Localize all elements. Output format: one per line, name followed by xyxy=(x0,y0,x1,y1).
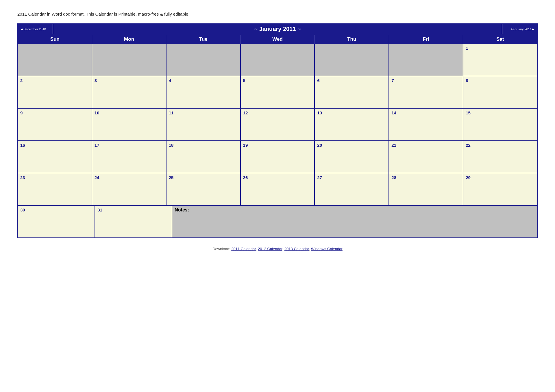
link-2013-calendar[interactable]: 2013 Calendar xyxy=(284,247,309,251)
notes-cell: Notes: xyxy=(172,206,537,237)
month-title: ~ January 2011 ~ xyxy=(53,24,502,34)
download-label: Download: xyxy=(212,247,230,251)
day-header-sun: Sun xyxy=(18,35,92,44)
calendar-cell-1: 1 xyxy=(463,44,537,76)
calendar-cell xyxy=(315,44,389,76)
calendar-cell-9: 9 xyxy=(18,109,92,140)
calendar-cell-19: 19 xyxy=(241,141,315,173)
calendar-cell-27: 27 xyxy=(315,173,389,205)
link-2012-calendar[interactable]: 2012 Calendar xyxy=(258,247,282,251)
calendar-cell-23: 23 xyxy=(18,173,92,205)
calendar: ◄December 2010 ~ January 2011 ~ February… xyxy=(17,23,538,238)
calendar-cell-25: 25 xyxy=(166,173,241,205)
calendar-cell-21: 21 xyxy=(389,141,463,173)
calendar-cell-31: 31 xyxy=(95,206,172,237)
calendar-cell-14: 14 xyxy=(389,109,463,140)
next-month-nav[interactable]: February 2011► xyxy=(502,24,537,34)
calendar-cell xyxy=(166,44,241,76)
calendar-cell xyxy=(92,44,166,76)
day-header-wed: Wed xyxy=(240,35,315,44)
calendar-cell-13: 13 xyxy=(315,109,389,140)
week-row-4: 16 17 18 19 20 21 22 xyxy=(18,141,537,173)
day-header-thu: Thu xyxy=(315,35,389,44)
week-row-1: 1 xyxy=(18,44,537,76)
calendar-cell-8: 8 xyxy=(463,76,537,108)
calendar-cell-10: 10 xyxy=(92,109,166,140)
calendar-cell-15: 15 xyxy=(463,109,537,140)
calendar-cell-17: 17 xyxy=(92,141,166,173)
calendar-cell-7: 7 xyxy=(389,76,463,108)
link-windows-calendar[interactable]: Windows Calendar xyxy=(311,247,343,251)
day-header-fri: Fri xyxy=(389,35,463,44)
calendar-cell-11: 11 xyxy=(166,109,241,140)
calendar-cell-4: 4 xyxy=(166,76,241,108)
week-row-3: 9 10 11 12 13 14 15 xyxy=(18,109,537,141)
footer: Download: 2011 Calendar, 2012 Calendar, … xyxy=(17,247,538,251)
day-header-mon: Mon xyxy=(92,35,166,44)
calendar-cell-3: 3 xyxy=(92,76,166,108)
calendar-cell-18: 18 xyxy=(166,141,241,173)
calendar-cell xyxy=(241,44,315,76)
calendar-cell-22: 22 xyxy=(463,141,537,173)
day-header-sat: Sat xyxy=(463,35,537,44)
calendar-cell-6: 6 xyxy=(315,76,389,108)
calendar-body: 1 2 3 4 5 6 7 8 9 10 11 12 13 14 15 16 1… xyxy=(18,44,537,237)
calendar-cell xyxy=(18,44,92,76)
week-row-2: 2 3 4 5 6 7 8 xyxy=(18,76,537,109)
page-description: 2011 Calendar in Word doc format. This C… xyxy=(17,12,538,16)
week-row-6: 30 31 Notes: xyxy=(18,206,537,237)
calendar-cell-20: 20 xyxy=(315,141,389,173)
link-2011-calendar[interactable]: 2011 Calendar xyxy=(231,247,256,251)
calendar-cell-2: 2 xyxy=(18,76,92,108)
calendar-cell xyxy=(389,44,463,76)
calendar-cell-30: 30 xyxy=(18,206,95,237)
calendar-cell-28: 28 xyxy=(389,173,463,205)
prev-month-nav[interactable]: ◄December 2010 xyxy=(18,24,53,34)
calendar-cell-12: 12 xyxy=(241,109,315,140)
calendar-header: ◄December 2010 ~ January 2011 ~ February… xyxy=(18,24,537,35)
calendar-cell-29: 29 xyxy=(463,173,537,205)
calendar-cell-24: 24 xyxy=(92,173,166,205)
calendar-cell-26: 26 xyxy=(241,173,315,205)
calendar-cell-16: 16 xyxy=(18,141,92,173)
days-header-row: Sun Mon Tue Wed Thu Fri Sat xyxy=(18,35,537,44)
calendar-cell-5: 5 xyxy=(241,76,315,108)
day-header-tue: Tue xyxy=(166,35,240,44)
week-row-5: 23 24 25 26 27 28 29 xyxy=(18,173,537,206)
